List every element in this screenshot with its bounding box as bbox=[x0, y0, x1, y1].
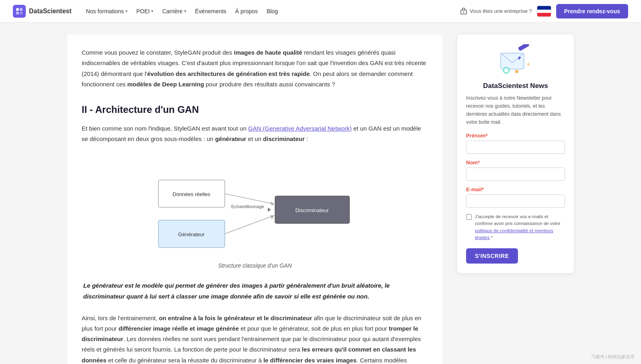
consent-row: J'accepte de recevoir vos e-mails et con… bbox=[466, 213, 565, 241]
newsletter-card: DataScientest News Inscrivez-vous à notr… bbox=[457, 35, 574, 273]
newsletter-icon-wrap bbox=[466, 44, 565, 76]
main-content: Comme vous pouvez le constater, StyleGAN… bbox=[67, 35, 443, 364]
navigation: DataScientest Nos formations ▾ POEI ▾ Ca… bbox=[0, 0, 641, 22]
section-heading: II - Architecture d'un GAN bbox=[82, 104, 428, 115]
sidebar: DataScientest News Inscrivez-vous à notr… bbox=[457, 35, 574, 273]
gan-diagram: Données réelles Générateur Discriminateu… bbox=[150, 156, 360, 258]
svg-rect-19 bbox=[518, 44, 530, 51]
logo[interactable]: DataScientest bbox=[13, 5, 72, 18]
nom-input[interactable] bbox=[466, 168, 565, 181]
svg-line-14 bbox=[225, 215, 274, 234]
intro-gan-text: Et bien comme son nom l'indique, StyleGA… bbox=[82, 123, 428, 145]
prenom-input[interactable] bbox=[466, 141, 565, 154]
svg-marker-17 bbox=[268, 208, 271, 212]
chevron-down-icon: ▾ bbox=[125, 9, 127, 13]
newsletter-icon bbox=[497, 44, 534, 76]
svg-text:Données réelles: Données réelles bbox=[173, 191, 210, 197]
logo-text: DataScientest bbox=[29, 8, 72, 15]
email-label: E-mail* bbox=[466, 186, 565, 192]
newsletter-desc: Inscrivez-vous à notre Newsletter pour r… bbox=[466, 94, 565, 126]
svg-point-22 bbox=[504, 68, 508, 72]
nav-right: Vous êtes une entreprise ? Prendre rende… bbox=[460, 4, 628, 18]
nav-links: Nos formations ▾ POEI ▾ Carrière ▾ Événe… bbox=[83, 6, 449, 17]
chevron-down-icon: ▾ bbox=[184, 9, 186, 13]
newsletter-title: DataScientest News bbox=[466, 82, 565, 90]
gan-link[interactable]: GAN (Generative Adversarial Network) bbox=[248, 125, 352, 132]
svg-marker-24 bbox=[527, 62, 530, 66]
cta-button[interactable]: Prendre rendez-vous bbox=[556, 4, 628, 18]
body-text-2: Ainsi, lors de l'entrainement, on entraî… bbox=[82, 313, 428, 364]
svg-text:Générateur: Générateur bbox=[178, 231, 205, 237]
nom-label: Nom* bbox=[466, 160, 565, 166]
svg-marker-15 bbox=[270, 215, 274, 219]
privacy-link[interactable]: politique de confidentialité et mentions… bbox=[475, 228, 553, 240]
language-flag[interactable] bbox=[537, 6, 551, 17]
enterprise-link[interactable]: Vous êtes une entreprise ? bbox=[460, 8, 532, 15]
svg-rect-3 bbox=[20, 12, 23, 14]
email-input[interactable] bbox=[466, 194, 565, 208]
nav-formations[interactable]: Nos formations ▾ bbox=[83, 6, 131, 17]
blockquote: Le générateur est le modèle qui permet d… bbox=[82, 280, 428, 302]
svg-text:Discriminateur: Discriminateur bbox=[295, 207, 329, 213]
chevron-down-icon: ▾ bbox=[151, 9, 153, 13]
nav-blog[interactable]: Blog bbox=[263, 6, 281, 17]
logo-icon bbox=[13, 5, 26, 18]
watermark: 刁易号 | 时尚玩家岳币 bbox=[591, 354, 635, 360]
consent-checkbox[interactable] bbox=[466, 214, 472, 220]
svg-rect-0 bbox=[16, 8, 19, 11]
diagram-container: Données réelles Générateur Discriminateu… bbox=[82, 156, 428, 269]
svg-line-12 bbox=[225, 194, 274, 204]
enterprise-icon bbox=[460, 8, 467, 15]
nav-apropos[interactable]: À propos bbox=[232, 6, 261, 17]
consent-text: J'accepte de recevoir vos e-mails et con… bbox=[475, 213, 565, 241]
subscribe-button[interactable]: S'INSCRIRE bbox=[466, 248, 518, 264]
svg-text:Echantillonnage: Echantillonnage bbox=[231, 204, 264, 209]
intro-paragraph: Comme vous pouvez le constater, StyleGAN… bbox=[82, 47, 428, 90]
diagram-caption: Structure classique d'un GAN bbox=[218, 262, 292, 269]
svg-point-5 bbox=[463, 11, 464, 12]
nav-carriere[interactable]: Carrière ▾ bbox=[159, 6, 189, 17]
svg-rect-2 bbox=[16, 12, 19, 14]
svg-rect-1 bbox=[20, 8, 23, 11]
svg-point-23 bbox=[515, 70, 518, 73]
nav-poei[interactable]: POEI ▾ bbox=[133, 6, 156, 17]
svg-rect-18 bbox=[501, 53, 524, 69]
prenom-label: Prénom* bbox=[466, 133, 565, 139]
page-layout: Comme vous pouvez le constater, StyleGAN… bbox=[59, 22, 582, 364]
nav-evenements[interactable]: Événements bbox=[192, 6, 230, 17]
